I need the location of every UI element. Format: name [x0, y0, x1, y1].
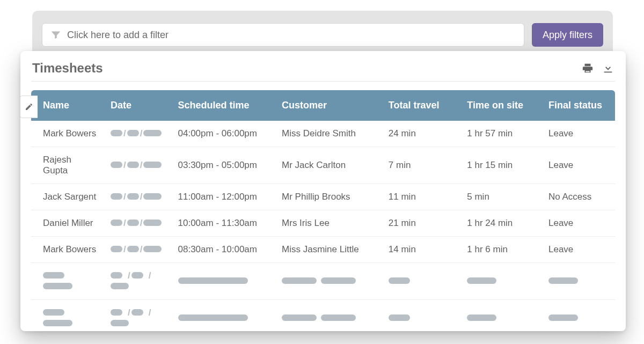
cell-travel: 24 min [382, 121, 460, 147]
cell-status: Leave [542, 210, 615, 237]
cell-date: // [104, 147, 172, 184]
table-wrap: Name Date Scheduled time Customer Total … [20, 82, 626, 331]
cell-customer: Miss Deidre Smith [275, 121, 382, 147]
cell-onsite: 5 min [460, 184, 542, 210]
timesheets-table: Name Date Scheduled time Customer Total … [31, 90, 615, 331]
cell-scheduled: 11:00am - 12:00pm [172, 184, 276, 210]
cell-onsite: 1 hr 24 min [460, 210, 542, 237]
cell-status: Leave [542, 121, 615, 147]
cell-date: // [104, 121, 172, 147]
cell-onsite [460, 263, 542, 300]
cell-travel: 7 min [382, 147, 460, 184]
filter-input[interactable]: Click here to add a filter [42, 23, 524, 47]
cell-date: // [104, 237, 172, 263]
cell-customer [275, 263, 382, 300]
cell-status [542, 263, 615, 300]
cell-onsite: 1 hr 15 min [460, 147, 542, 184]
pencil-icon [25, 103, 33, 111]
cell-scheduled: 10:00am - 11:30am [172, 210, 276, 237]
cell-name [31, 300, 104, 332]
cell-travel [382, 263, 460, 300]
filter-icon [50, 29, 62, 41]
cell-travel: 21 min [382, 210, 460, 237]
apply-filters-label: Apply filters [543, 30, 592, 41]
cell-scheduled: 04:00pm - 06:00pm [172, 121, 276, 147]
download-icon[interactable] [602, 62, 614, 74]
cell-status [542, 300, 615, 332]
table-row[interactable]: Jack Sargent//11:00am - 12:00pmMr Philli… [31, 184, 615, 210]
table-row[interactable]: Rajesh Gupta//03:30pm - 05:00pmMr Jack C… [31, 147, 615, 184]
card-title: Timesheets [32, 61, 582, 76]
table-row-placeholder: // [31, 263, 615, 300]
card-header: Timesheets [20, 51, 626, 81]
col-status[interactable]: Final status [542, 90, 615, 121]
cell-scheduled [172, 263, 276, 300]
cell-customer: Mrs Iris Lee [275, 210, 382, 237]
table-row-placeholder: // [31, 300, 615, 332]
cell-date: // [104, 263, 172, 300]
cell-onsite: 1 hr 57 min [460, 121, 542, 147]
table-row[interactable]: Mark Bowers//08:30am - 10:00amMiss Jasmi… [31, 237, 615, 263]
cell-scheduled: 03:30pm - 05:00pm [172, 147, 276, 184]
col-date[interactable]: Date [104, 90, 172, 121]
print-icon[interactable] [582, 62, 594, 74]
cell-name [31, 263, 104, 300]
cell-status: No Access [542, 184, 615, 210]
cell-date: // [104, 300, 172, 332]
edit-button[interactable] [20, 96, 38, 118]
cell-customer [275, 300, 382, 332]
cell-customer: Mr Jack Carlton [275, 147, 382, 184]
col-customer[interactable]: Customer [275, 90, 382, 121]
cell-travel: 14 min [382, 237, 460, 263]
col-scheduled[interactable]: Scheduled time [172, 90, 276, 121]
cell-status: Leave [542, 147, 615, 184]
cell-scheduled: 08:30am - 10:00am [172, 237, 276, 263]
table-header-row: Name Date Scheduled time Customer Total … [31, 90, 615, 121]
cell-date: // [104, 184, 172, 210]
cell-name: Jack Sargent [31, 184, 104, 210]
cell-scheduled [172, 300, 276, 332]
cell-name: Rajesh Gupta [31, 147, 104, 184]
cell-onsite: 1 hr 6 min [460, 237, 542, 263]
cell-status: Leave [542, 237, 615, 263]
cell-onsite [460, 300, 542, 332]
cell-name: Daniel Miller [31, 210, 104, 237]
cell-travel: 11 min [382, 184, 460, 210]
col-onsite[interactable]: Time on site [460, 90, 542, 121]
cell-travel [382, 300, 460, 332]
cell-date: // [104, 210, 172, 237]
cell-customer: Miss Jasmine Little [275, 237, 382, 263]
table-row[interactable]: Daniel Miller//10:00am - 11:30amMrs Iris… [31, 210, 615, 237]
table-row[interactable]: Mark Bowers//04:00pm - 06:00pmMiss Deidr… [31, 121, 615, 147]
col-name[interactable]: Name [31, 90, 104, 121]
cell-name: Mark Bowers [31, 237, 104, 263]
filter-placeholder: Click here to add a filter [67, 30, 169, 41]
apply-filters-button[interactable]: Apply filters [532, 23, 603, 47]
cell-name: Mark Bowers [31, 121, 104, 147]
timesheets-card: Timesheets Name Date Scheduled time Cust… [20, 51, 626, 331]
card-actions [582, 62, 614, 74]
cell-customer: Mr Phillip Brooks [275, 184, 382, 210]
col-travel[interactable]: Total travel [382, 90, 460, 121]
